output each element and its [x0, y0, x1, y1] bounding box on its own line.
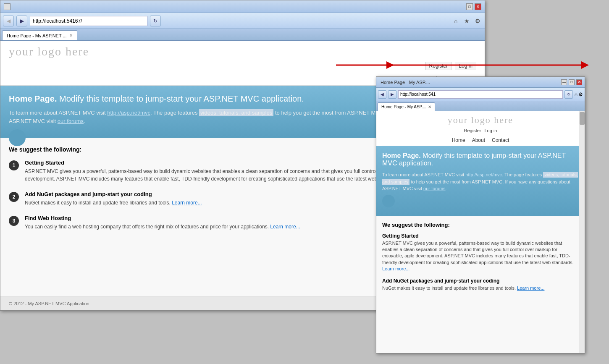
secondary-tab-label: Home Page - My ASP.... — [381, 105, 426, 109]
tab-close-button[interactable]: ✕ — [69, 33, 73, 38]
register-link[interactable]: Register — [425, 62, 452, 70]
home-icon[interactable]: ⌂ — [451, 16, 460, 26]
active-tab[interactable]: Home Page - My ASP.NET ... ✕ — [2, 30, 77, 40]
restore-button[interactable]: □ — [466, 3, 473, 10]
secondary-learn-more-link-2[interactable]: Learn more... — [517, 285, 544, 291]
secondary-hero-title: Home Page. Modify this template to jump-… — [382, 152, 579, 167]
suggestion-num-2: 2 — [9, 192, 19, 202]
secondary-hero-body: To learn more about ASP.NET MVC visit ht… — [382, 171, 579, 192]
secondary-refresh-button[interactable]: ↻ — [564, 90, 573, 99]
secondary-suggestions-title: We suggest the following: — [382, 222, 579, 228]
secondary-forums-link[interactable]: our forums — [423, 186, 446, 191]
hero-title-bold: Home Page. — [9, 94, 57, 103]
secondary-nav-home[interactable]: Home — [452, 137, 465, 143]
secondary-hero-text-1: To learn more about ASP.NET MVC visit — [382, 172, 465, 177]
secondary-home-icon[interactable]: ⌂ — [575, 92, 578, 97]
highlighted-features: videos, tutorials, and samples — [199, 109, 273, 116]
secondary-suggestions-section: We suggest the following: Getting Starte… — [376, 216, 585, 354]
hero-title-rest: Modify this template to jump-start your … — [59, 94, 304, 103]
secondary-hero-text-2: . The page features — [502, 172, 543, 177]
back-button[interactable]: ◀ — [3, 16, 14, 26]
refresh-button[interactable]: ↻ — [150, 16, 161, 26]
settings-icon[interactable]: ⚙ — [473, 16, 482, 26]
secondary-site-logo: your logo here — [382, 115, 579, 126]
asp-net-link[interactable]: http://asp.net/mvc — [107, 110, 150, 116]
hero-bubble — [9, 129, 26, 146]
scrollbar-thumb[interactable] — [580, 112, 585, 125]
suggestion-text-3: You can easily find a web hosting compan… — [25, 223, 300, 230]
secondary-suggestion-content-2: Add NuGet packages and jump-start your c… — [382, 278, 579, 291]
hero-text-2: . The page features — [150, 110, 199, 116]
close-button[interactable]: ✕ — [475, 3, 481, 10]
suggestion-num-3: 3 — [9, 216, 19, 226]
hero-text-4: . — [84, 118, 85, 124]
secondary-main-nav: Home About Contact — [382, 135, 579, 146]
secondary-mvc-header: your logo here Register Log in Home Abou… — [376, 111, 585, 146]
main-title-bar: — □ ✕ — [0, 0, 485, 13]
secondary-title-bar: Home Page - My ASP.... — □ ✕ — [376, 77, 585, 88]
secondary-suggestion-text-2: NuGet makes it easy to install and updat… — [382, 285, 579, 291]
secondary-suggestion-text-1: ASP.NET MVC gives you a powerful, patter… — [382, 240, 579, 272]
url-input[interactable] — [30, 16, 147, 26]
secondary-tab-bar: Home Page - My ASP.... ✕ — [376, 101, 585, 111]
secondary-asp-net-link[interactable]: http://asp.net/mvc — [465, 172, 502, 177]
secondary-suggestion-item-2: Add NuGet packages and jump-start your c… — [382, 278, 579, 291]
secondary-learn-more-link-1[interactable]: Learn more... — [382, 266, 410, 271]
secondary-hero-bubble — [382, 195, 395, 207]
secondary-close-button[interactable]: ✕ — [576, 79, 582, 85]
login-link[interactable]: Log in — [455, 62, 476, 70]
secondary-restore-button[interactable]: □ — [569, 79, 575, 85]
secondary-mvc-page: your logo here Register Log in Home Abou… — [376, 111, 585, 353]
secondary-minimize-button[interactable]: — — [561, 79, 567, 85]
secondary-auth-links: Register Log in — [382, 128, 579, 133]
secondary-hero-text-3: to help you get the most from ASP.NET MV… — [382, 179, 570, 191]
suggestion-text-2: NuGet makes it easy to install and updat… — [25, 199, 202, 207]
suggestion-content-3: Find Web Hosting You can easily find a w… — [25, 215, 300, 230]
suggestion-heading-2: Add NuGet packages and jump-start your c… — [25, 191, 202, 197]
secondary-suggestion-content-1: Getting Started ASP.NET MVC gives you a … — [382, 233, 579, 272]
scrollbar[interactable] — [579, 111, 585, 353]
secondary-forward-button[interactable]: ▶ — [388, 90, 396, 99]
site-logo: your logo here — [9, 45, 476, 58]
suggestion-heading-3: Find Web Hosting — [25, 215, 300, 221]
secondary-register-link[interactable]: Register — [464, 128, 481, 133]
address-bar: ◀ ▶ ↻ ⌂ ★ ⚙ — [0, 13, 485, 29]
secondary-suggestion-heading-1: Getting Started — [382, 233, 579, 239]
secondary-hero-text-4: . — [446, 186, 447, 191]
forums-link[interactable]: our forums — [58, 118, 84, 124]
tab-bar: Home Page - My ASP.NET ... ✕ — [0, 29, 485, 41]
hero-text-1: To learn more about ASP.NET MVC visit — [9, 110, 107, 116]
secondary-tab-close[interactable]: ✕ — [428, 105, 431, 109]
tab-label: Home Page - My ASP.NET ... — [7, 33, 67, 38]
footer-text: © 2012 - My ASP.NET MVC Application — [9, 301, 89, 306]
secondary-hero-title-bold: Home Page. — [382, 152, 421, 159]
secondary-hero-section: Home Page. Modify this template to jump-… — [376, 146, 585, 216]
suggestion-content-2: Add NuGet packages and jump-start your c… — [25, 191, 202, 207]
secondary-nav-about[interactable]: About — [472, 137, 485, 143]
favorites-icon[interactable]: ★ — [462, 16, 471, 26]
secondary-address-bar: ◀ ▶ ↻ ⌂ ⚙ — [376, 88, 585, 101]
secondary-browser-window: Home Page - My ASP.... — □ ✕ ◀ ▶ ↻ ⌂ ⚙ H… — [376, 76, 585, 354]
secondary-nav-contact[interactable]: Contact — [492, 137, 509, 143]
secondary-login-link[interactable]: Log in — [484, 128, 497, 133]
learn-more-link-2[interactable]: Learn more... — [172, 200, 202, 206]
secondary-settings-icon[interactable]: ⚙ — [578, 92, 583, 97]
secondary-suggestion-item-1: Getting Started ASP.NET MVC gives you a … — [382, 233, 579, 272]
secondary-suggestion-heading-2: Add NuGet packages and jump-start your c… — [382, 278, 579, 284]
secondary-active-tab[interactable]: Home Page - My ASP.... ✕ — [378, 102, 435, 111]
minimize-button[interactable]: — — [4, 3, 10, 10]
suggestion-num-1: 1 — [9, 160, 19, 170]
learn-more-link-3[interactable]: Learn more... — [270, 224, 300, 230]
secondary-back-button[interactable]: ◀ — [378, 90, 386, 99]
secondary-url-input[interactable] — [398, 90, 563, 99]
forward-button[interactable]: ▶ — [16, 16, 27, 26]
